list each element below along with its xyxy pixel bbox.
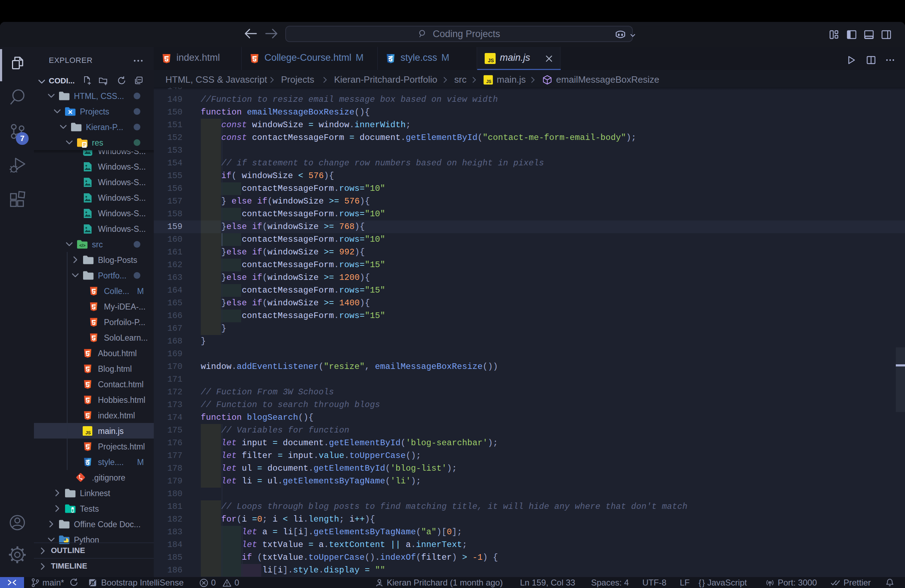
svg-text:JS: JS [486, 79, 491, 84]
svg-text:</>: </> [79, 243, 85, 248]
svg-text:JS: JS [488, 58, 494, 63]
svg-text:JS: JS [86, 430, 91, 435]
